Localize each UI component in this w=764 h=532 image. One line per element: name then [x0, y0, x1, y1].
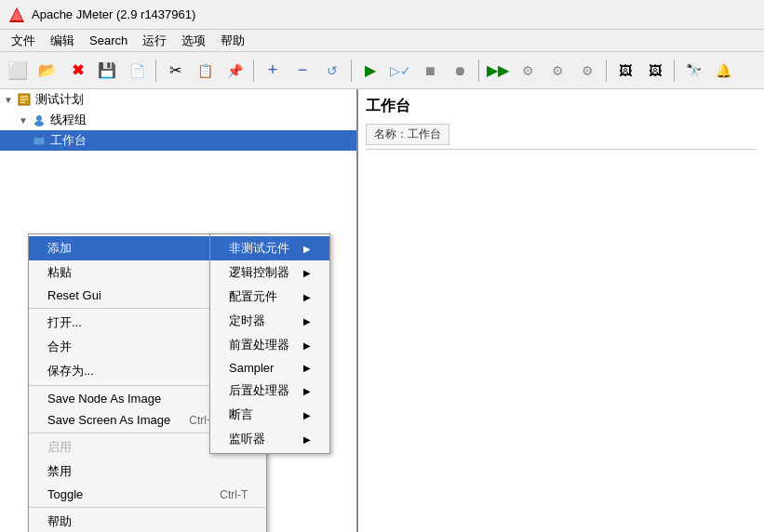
icon-workbench	[32, 133, 47, 148]
toolbar-cut[interactable]: ✂	[161, 57, 189, 85]
toolbar-stop[interactable]: ⏹	[416, 57, 444, 85]
toolbar-sep4	[478, 60, 479, 82]
toolbar-sep5	[606, 60, 607, 82]
toolbar-stop2[interactable]: ⏺	[446, 57, 474, 85]
menu-help[interactable]: 帮助	[213, 31, 252, 51]
ctx2-logic-ctrl[interactable]: 逻辑控制器 ▶	[210, 260, 329, 285]
ctx2-pre-arrow: ▶	[303, 340, 311, 351]
toolbar-saveas[interactable]: 📄	[123, 57, 151, 85]
ctx2-assertion-arrow: ▶	[303, 410, 311, 420]
svg-rect-8	[34, 137, 45, 145]
menu-options[interactable]: 选项	[174, 31, 213, 51]
svg-point-7	[34, 121, 44, 126]
ctx-sep4	[29, 507, 266, 508]
toolbar-open[interactable]: 📂	[34, 57, 61, 85]
toolbar-new[interactable]: ⬜	[4, 57, 32, 85]
ctx-toggle[interactable]: Toggle Ctrl-T	[29, 484, 266, 505]
svg-marker-1	[11, 9, 22, 20]
toolbar-run[interactable]: ▶	[356, 57, 384, 85]
ctx2-pre-processor[interactable]: 前置处理器 ▶	[210, 333, 329, 357]
tree-label-workbench: 工作台	[50, 132, 87, 149]
toolbar-binoculars[interactable]: 🔭	[679, 57, 707, 85]
tree-item-workbench[interactable]: 工作台	[0, 130, 356, 151]
context-menu-2-box: 非测试元件 ▶ 逻辑控制器 ▶ 配置元件 ▶ 定时器 ▶ 前置处理器 ▶	[209, 233, 330, 454]
ctx2-non-test-arrow: ▶	[303, 244, 311, 254]
ctx2-assertion[interactable]: 断言 ▶	[210, 403, 329, 427]
toolbar-img1[interactable]: 🖼	[611, 57, 639, 85]
toolbar-expand[interactable]: +	[259, 57, 287, 85]
menu-file[interactable]: 文件	[4, 31, 43, 51]
right-panel: 工作台 名称：工作台	[358, 89, 764, 532]
ctx2-listener[interactable]: 监听器 ▶	[210, 427, 329, 451]
toolbar: ⬜ 📂 ✖ 💾 📄 ✂ 📋 📌 + − ↺ ▶ ▷✓ ⏹ ⏺ ▶▶ ⚙ ⚙ ⚙ …	[0, 52, 764, 89]
expand-thread-group[interactable]: ▼	[19, 115, 32, 126]
tree-label-thread-group: 线程组	[50, 112, 87, 128]
ctx2-non-test[interactable]: 非测试元件 ▶	[210, 236, 329, 260]
svg-rect-9	[36, 135, 42, 138]
ctx-help[interactable]: 帮助	[29, 510, 266, 532]
toolbar-sep6	[674, 60, 675, 82]
toolbar-close[interactable]: ✖	[63, 57, 91, 85]
toolbar-bell[interactable]: 🔔	[709, 57, 737, 85]
ctx2-config[interactable]: 配置元件 ▶	[210, 285, 329, 309]
right-panel-title: 工作台	[366, 97, 757, 116]
toolbar-sep3	[351, 60, 352, 82]
menu-bar: 文件 编辑 Search 运行 选项 帮助	[0, 30, 764, 52]
toolbar-sep1	[155, 60, 156, 82]
toolbar-save[interactable]: 💾	[93, 57, 121, 85]
tree-item-thread-group[interactable]: ▼ 线程组	[0, 110, 356, 130]
ctx2-sampler-arrow: ▶	[303, 363, 311, 373]
toolbar-run-check[interactable]: ▷✓	[386, 57, 414, 85]
main-area: ▼ 测试计划 ▼ 线程组 工作台 添加 ▶	[0, 89, 764, 532]
menu-run[interactable]: 运行	[135, 31, 174, 51]
toolbar-collapse[interactable]: −	[288, 57, 316, 85]
ctx2-timer[interactable]: 定时器 ▶	[210, 309, 329, 333]
toolbar-gear3[interactable]: ⚙	[573, 57, 601, 85]
ctx2-timer-arrow: ▶	[303, 316, 311, 326]
toolbar-img2[interactable]: 🖼	[641, 57, 669, 85]
workbench-tab-name: 名称：工作台	[366, 124, 449, 145]
ctx2-sampler[interactable]: Sampler ▶	[210, 357, 329, 379]
svg-point-6	[36, 115, 42, 121]
ctx2-config-arrow: ▶	[303, 292, 311, 302]
menu-edit[interactable]: 编辑	[43, 31, 82, 51]
icon-test-plan	[17, 92, 32, 107]
ctx2-post-processor[interactable]: 后置处理器 ▶	[210, 379, 329, 403]
tree-item-test-plan[interactable]: ▼ 测试计划	[0, 89, 356, 110]
left-panel: ▼ 测试计划 ▼ 线程组 工作台 添加 ▶	[0, 89, 358, 532]
toolbar-undo[interactable]: ↺	[318, 57, 346, 85]
title-bar: Apache JMeter (2.9 r1437961)	[0, 0, 764, 30]
ctx-disable[interactable]: 禁用	[29, 459, 266, 484]
ctx2-logic-arrow: ▶	[303, 268, 311, 278]
toolbar-copy[interactable]: 📋	[191, 57, 219, 85]
expand-test-plan[interactable]: ▼	[4, 95, 17, 105]
toolbar-sep2	[253, 60, 254, 82]
icon-thread-group	[32, 113, 47, 127]
toolbar-remote[interactable]: ▶▶	[484, 57, 512, 85]
context-menu-2: 非测试元件 ▶ 逻辑控制器 ▶ 配置元件 ▶ 定时器 ▶ 前置处理器 ▶	[209, 233, 330, 454]
tree-label-test-plan: 测试计划	[35, 91, 84, 108]
app-icon	[7, 6, 26, 24]
ctx2-listener-arrow: ▶	[303, 434, 311, 445]
window-title: Apache JMeter (2.9 r1437961)	[32, 7, 195, 21]
toolbar-gear2[interactable]: ⚙	[543, 57, 571, 85]
menu-search[interactable]: Search	[82, 32, 135, 49]
toolbar-paste[interactable]: 📌	[221, 57, 248, 85]
toolbar-gear1[interactable]: ⚙	[514, 57, 542, 85]
ctx2-post-arrow: ▶	[303, 386, 311, 396]
workbench-header: 名称：工作台	[366, 124, 757, 150]
